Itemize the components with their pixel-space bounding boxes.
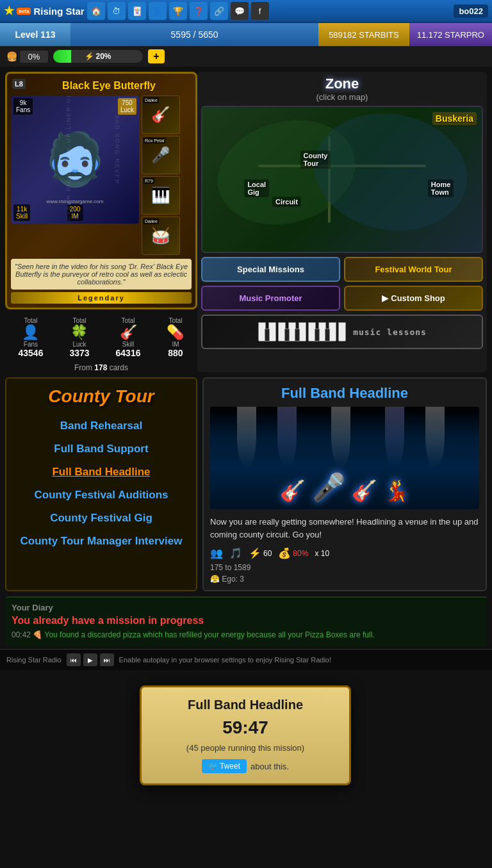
card-person-emoji: 🧔 bbox=[43, 129, 107, 190]
luck-value: 3373 bbox=[69, 348, 89, 358]
custom-shop-button[interactable]: ▶ Custom Shop bbox=[344, 286, 483, 311]
card-title: Black Eye Butterfly bbox=[11, 78, 192, 95]
light-beam-4 bbox=[385, 407, 404, 468]
radio-label: Rising Star Radio bbox=[6, 656, 62, 664]
light-beam-1 bbox=[237, 407, 256, 468]
fans-sublabel: Fans bbox=[18, 341, 43, 348]
radio-play-button[interactable]: ▶ bbox=[83, 653, 97, 666]
card-side-text: CYBER PICK GLINE-UP LINER GLINE bbox=[65, 95, 72, 220]
hunger-value: 0% bbox=[20, 51, 48, 63]
starbits-display: 589182 STARBITS bbox=[318, 23, 409, 46]
fbd-starbits-pct: 80% bbox=[293, 549, 308, 558]
arrow-right-icon: ▶ bbox=[382, 293, 388, 303]
card-main-image[interactable]: 9kFans 750Luck 11kSkill 200IM www.rising… bbox=[11, 95, 139, 224]
diary-section: Your Diary You already have a mission in… bbox=[5, 596, 487, 646]
music-lessons-label: music lessons bbox=[353, 327, 427, 337]
im-icon: 💊 bbox=[167, 324, 184, 341]
local-gig-map-label: LocalGig bbox=[244, 179, 269, 197]
music-promoter-button[interactable]: Music Promoter bbox=[201, 286, 340, 311]
zone-map[interactable]: Buskeria CountyTour LocalGig Circuit Hom… bbox=[201, 106, 483, 253]
nav-profile-icon[interactable]: 👤 bbox=[149, 2, 167, 20]
mission-popup: Full Band Headline 59:47 (45 people runn… bbox=[140, 685, 351, 785]
diary-time: 00:42 bbox=[12, 630, 31, 639]
buskeria-label[interactable]: Buskeria bbox=[432, 112, 477, 125]
popup-tweet-row: 🐦 Tweet about this. bbox=[152, 759, 339, 773]
bottom-bar: Rising Star Radio ⏮ ▶ ⏭ Enable autoplay … bbox=[0, 649, 492, 670]
county-tour-menu: Band Rehearsal Full Band Support Full Ba… bbox=[14, 417, 188, 550]
total-label-skill: Total bbox=[116, 317, 141, 324]
diary-mission-warning: You already have a mission in progress bbox=[12, 615, 480, 626]
main-content: L8 Black Eye Butterfly 9kFans 750Luck 11… bbox=[0, 67, 492, 377]
skill-icon: 🎸 bbox=[116, 324, 141, 341]
luck-sublabel: Luck bbox=[69, 341, 89, 348]
card-side-text2: SAD SONG NEVER bbox=[113, 115, 120, 184]
side-card-1-label: Dailee bbox=[144, 97, 159, 103]
fbd-music-icon: 🎵 bbox=[229, 547, 242, 559]
nav-help-icon[interactable]: ❓ bbox=[190, 2, 208, 20]
left-panel: L8 Black Eye Butterfly 9kFans 750Luck 11… bbox=[5, 72, 197, 372]
card-inner: 9kFans 750Luck 11kSkill 200IM www.rising… bbox=[11, 95, 192, 255]
nav-cards-icon[interactable]: 🃏 bbox=[128, 2, 146, 20]
piano-key-white-9 bbox=[338, 322, 346, 341]
music-lessons-button[interactable]: music lessons bbox=[201, 315, 483, 349]
map-terrain-2 bbox=[306, 106, 477, 243]
radio-next-button[interactable]: ⏭ bbox=[100, 653, 114, 666]
total-skill: Total 🎸 Skill 64316 bbox=[116, 317, 141, 358]
piano-key-black-5 bbox=[325, 329, 330, 341]
nav-home-icon[interactable]: 🏠 bbox=[87, 2, 105, 20]
fbd-description: Now you are really getting somewhere! He… bbox=[210, 516, 479, 541]
side-card-3[interactable]: R79 🎹 bbox=[142, 176, 180, 215]
tweet-button[interactable]: 🐦 Tweet bbox=[202, 759, 247, 773]
full-band-headline-panel: Full Band Headline 🎸 🎤 🎸 💃 Now you are r… bbox=[202, 377, 487, 591]
menu-county-festival-auditions[interactable]: County Festival Auditions bbox=[14, 486, 188, 504]
stats-bar: 🍔 0% ⚡ 20% + bbox=[0, 46, 492, 67]
total-label-luck: Total bbox=[69, 317, 89, 324]
top-navigation: ★ beta Rising Star 🏠 ⏱ 🃏 👤 🏆 ❓ 🔗 💬 f bo0… bbox=[0, 0, 492, 23]
card-level-badge: L8 bbox=[12, 79, 26, 89]
side-card-2[interactable]: Rox Petal 🎤 bbox=[142, 136, 180, 174]
card-description: "Seen here in the video for his song 'Dr… bbox=[11, 259, 192, 290]
card-side-thumbnails: Dailee 🎸 Rox Petal 🎤 R79 🎹 Dailee 🥁 bbox=[142, 95, 180, 255]
stage-person-1: 🎸 bbox=[280, 479, 306, 503]
county-tour-title: County Tour bbox=[14, 386, 188, 407]
fbd-starbits-stat: 💰 80% bbox=[278, 547, 308, 559]
fbd-ego: 😤 Ego: 3 bbox=[210, 575, 479, 584]
menu-county-tour-manager[interactable]: County Tour Manager Interview bbox=[14, 532, 188, 550]
diary-entry-text: 🍕 You found a discarded pizza which has … bbox=[33, 630, 374, 639]
im-sublabel: IM bbox=[167, 341, 184, 348]
total-label-im: Total bbox=[167, 317, 184, 324]
menu-county-festival-gig[interactable]: County Festival Gig bbox=[14, 509, 188, 527]
energy-plus-button[interactable]: + bbox=[148, 49, 165, 63]
nav-hive-icon[interactable]: 🔗 bbox=[210, 2, 228, 20]
starpro-display: 11.172 STARPRO bbox=[409, 23, 492, 46]
zone-title: Zone bbox=[201, 76, 483, 92]
piano-key-black-3 bbox=[295, 329, 300, 341]
luck-icon: 🍀 bbox=[69, 324, 89, 341]
popup-runners: (45 people running this mission) bbox=[152, 743, 339, 753]
bottom-section: County Tour Band Rehearsal Full Band Sup… bbox=[0, 377, 492, 596]
im-value: 880 bbox=[167, 348, 184, 358]
side-card-1[interactable]: Dailee 🎸 bbox=[142, 95, 180, 134]
energy-bar-text: ⚡ 20% bbox=[53, 50, 143, 63]
piano-key-black bbox=[265, 329, 270, 341]
nav-trophy-icon[interactable]: 🏆 bbox=[169, 2, 187, 20]
menu-band-rehearsal[interactable]: Band Rehearsal bbox=[14, 417, 188, 435]
county-tour-panel: County Tour Band Rehearsal Full Band Sup… bbox=[5, 377, 197, 591]
radio-prev-button[interactable]: ⏮ bbox=[67, 653, 81, 666]
skill-value: 64316 bbox=[116, 348, 141, 358]
lightning-icon: ⚡ bbox=[85, 52, 94, 61]
level-bar: Level 113 5595 / 5650 589182 STARBITS 11… bbox=[0, 23, 492, 46]
menu-full-band-support[interactable]: Full Band Support bbox=[14, 440, 188, 458]
nav-facebook-icon[interactable]: f bbox=[251, 2, 269, 20]
menu-full-band-headline[interactable]: Full Band Headline bbox=[14, 463, 188, 481]
stage-person-3: 🎸 bbox=[352, 479, 377, 503]
nav-timer-icon[interactable]: ⏱ bbox=[108, 2, 126, 20]
total-luck: Total 🍀 Luck 3373 bbox=[69, 317, 89, 358]
fbd-energy-icon: ⚡ bbox=[249, 547, 261, 559]
diary-title: Your Diary bbox=[12, 603, 480, 612]
special-missions-button[interactable]: Special Missions bbox=[201, 257, 340, 282]
nav-discord-icon[interactable]: 💬 bbox=[231, 2, 249, 20]
festival-world-tour-button[interactable]: Festival World Tour bbox=[344, 257, 483, 282]
side-card-4[interactable]: Dailee 🥁 bbox=[142, 217, 180, 255]
home-town-map-label: HomeTown bbox=[428, 179, 454, 197]
